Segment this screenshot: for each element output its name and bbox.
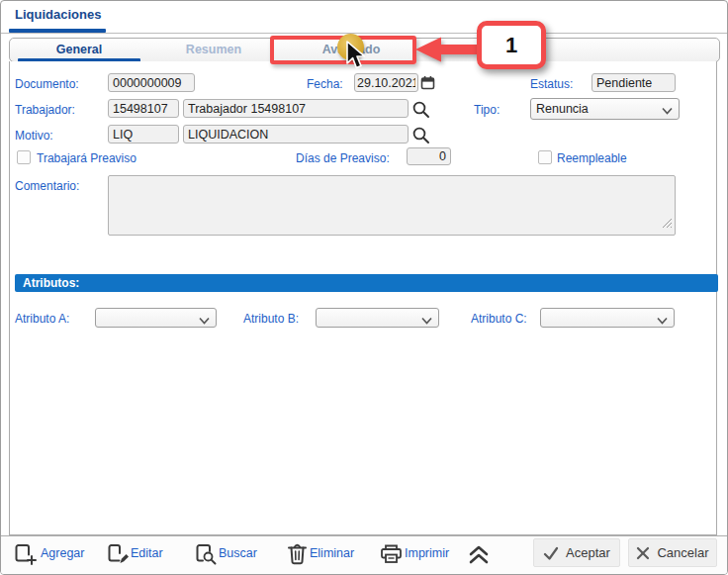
tipo-label: Tipo:	[474, 103, 500, 117]
editar-button[interactable]: Editar	[131, 546, 163, 560]
dias-preaviso-field[interactable]	[407, 147, 451, 165]
fecha-field[interactable]	[354, 73, 418, 92]
comentario-label: Comentario:	[15, 179, 79, 193]
reempleable-label: Reempleable	[557, 151, 627, 165]
tab-resumen[interactable]: Resumen	[148, 39, 279, 62]
estatus-field[interactable]	[592, 73, 676, 92]
cancelar-button-label: Cancelar	[657, 545, 708, 560]
trabajara-preaviso-label: Trabajará Preaviso	[37, 151, 136, 165]
trabajara-preaviso-checkbox[interactable]	[17, 150, 31, 164]
x-icon	[636, 546, 650, 560]
header-divider	[1, 33, 728, 34]
chevron-down-icon	[662, 104, 673, 118]
chevron-down-icon	[657, 314, 668, 328]
atributo-a-label: Atributo A:	[15, 312, 69, 326]
motivo-name-field[interactable]	[183, 125, 409, 144]
tab-general-label: General	[56, 43, 103, 56]
comentario-textarea[interactable]	[108, 175, 676, 236]
fecha-label: Fecha:	[307, 77, 343, 91]
comentario-wrap	[108, 175, 676, 236]
sub-tab-strip: General Resumen Avanzado	[9, 38, 720, 62]
agregar-button[interactable]: Agregar	[41, 546, 84, 560]
imprimir-button[interactable]: Imprimir	[405, 546, 449, 560]
documento-label: Documento:	[15, 77, 79, 91]
documento-field[interactable]	[108, 73, 195, 92]
atributo-a-select[interactable]	[95, 308, 217, 328]
cancelar-button[interactable]: Cancelar	[628, 538, 717, 567]
motivo-label: Motivo:	[15, 129, 53, 143]
tipo-select[interactable]: Renuncia	[530, 98, 680, 120]
edit-record-icon[interactable]	[107, 542, 130, 569]
printer-icon[interactable]	[380, 543, 403, 568]
find-record-icon[interactable]	[195, 542, 218, 569]
tab-avanzado[interactable]: Avanzado	[279, 39, 423, 62]
atributo-b-label: Atributo B:	[243, 312, 299, 326]
calendar-icon[interactable]	[420, 75, 435, 94]
trabajador-search-icon[interactable]	[411, 100, 430, 123]
atributo-c-label: Atributo C:	[471, 312, 527, 326]
tab-general[interactable]: General	[16, 39, 142, 62]
liquidaciones-dialog: Liquidaciones General Resumen Avanzado D…	[0, 0, 728, 575]
aceptar-button-label: Aceptar	[566, 545, 610, 560]
atributos-header: Atributos:	[15, 274, 718, 292]
tab-resumen-label: Resumen	[186, 43, 241, 56]
trabajador-name-field[interactable]	[183, 99, 409, 118]
trabajador-label: Trabajador:	[15, 103, 75, 117]
add-record-icon[interactable]	[14, 542, 37, 569]
chevron-down-icon	[421, 314, 432, 328]
dias-preaviso-label: Días de Preaviso:	[296, 151, 390, 165]
buscar-button[interactable]: Buscar	[219, 546, 257, 560]
resize-grip-icon[interactable]	[662, 215, 673, 233]
atributo-c-select[interactable]	[540, 308, 675, 328]
chevron-down-icon	[199, 314, 210, 328]
atributo-b-select[interactable]	[316, 308, 439, 328]
trash-icon[interactable]	[287, 542, 308, 569]
motivo-code-field[interactable]	[108, 125, 179, 144]
eliminar-button[interactable]: Eliminar	[310, 546, 354, 560]
tab-avanzado-label: Avanzado	[322, 43, 381, 56]
trabajador-code-field[interactable]	[108, 99, 179, 118]
motivo-search-icon[interactable]	[411, 126, 430, 148]
reempleable-checkbox[interactable]	[538, 150, 552, 164]
tab-liquidaciones[interactable]: Liquidaciones	[15, 7, 101, 22]
check-icon	[543, 546, 559, 560]
tipo-select-value: Renuncia	[536, 102, 589, 116]
estatus-label: Estatus:	[530, 77, 573, 91]
chevron-double-up-icon[interactable]	[466, 544, 492, 569]
aceptar-button[interactable]: Aceptar	[533, 538, 620, 567]
